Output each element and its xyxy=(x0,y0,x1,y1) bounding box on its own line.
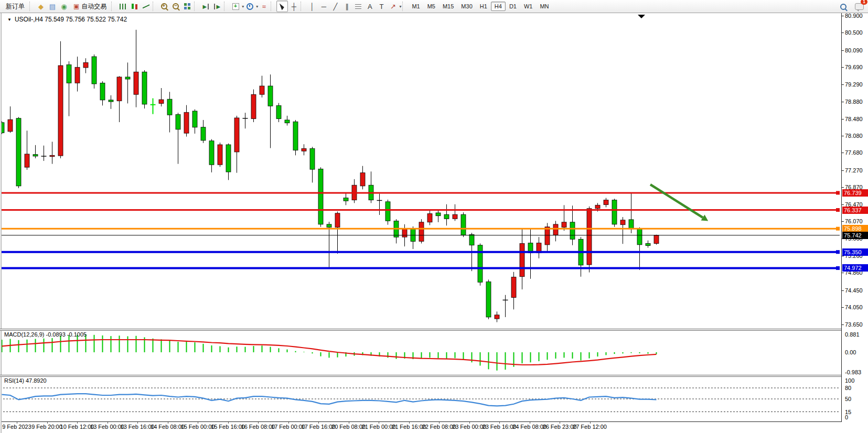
pane-splitter[interactable] xyxy=(0,329,841,331)
axis-tick-label: 73.650 xyxy=(845,321,863,328)
indicators-icon[interactable]: ≈ xyxy=(258,1,270,12)
time-label: 15 Feb 16:00 xyxy=(211,424,245,430)
axis-tick-label: 80.090 xyxy=(845,47,863,53)
timeframe-button-h1[interactable]: H1 xyxy=(476,2,491,11)
button-label: 自动交易 xyxy=(81,2,106,11)
line-chart-icon[interactable] xyxy=(140,1,152,12)
timeframe-button-m5[interactable]: M5 xyxy=(424,2,439,11)
toolbar-separator xyxy=(224,2,228,11)
auto-scroll-icon[interactable]: ▶ xyxy=(200,1,211,12)
time-label: 21 Feb 16:00 xyxy=(392,424,426,430)
axis-tick-label: 77.680 xyxy=(845,149,863,156)
chat-notifications-icon[interactable]: 1 xyxy=(853,1,865,13)
toolbar-separator xyxy=(271,2,274,11)
axis-tick-label: 74.050 xyxy=(845,304,863,310)
toolbar-separator xyxy=(402,2,406,11)
candles xyxy=(0,30,659,322)
axis-tick-label: 79.290 xyxy=(845,81,863,88)
time-label: 15 Feb 00:00 xyxy=(181,424,215,430)
profiles-clock-icon[interactable] xyxy=(244,1,255,12)
chart-title[interactable]: ▼USOil-,H4 75.549 75.756 75.522 75.742 xyxy=(7,16,127,23)
axis-tick-label: 76.070 xyxy=(845,218,863,224)
time-label: 20 Feb 08:00 xyxy=(331,424,366,430)
time-axis-line xyxy=(0,421,842,422)
time-label: 21 Feb 00:00 xyxy=(362,424,396,430)
zoom-in-icon[interactable] xyxy=(158,1,170,12)
text-label-icon[interactable]: T xyxy=(376,1,387,12)
time-label: 9 Feb 20:00 xyxy=(31,424,62,430)
crosshair-icon[interactable]: ┼ xyxy=(288,1,299,12)
arrows-icon[interactable]: ↗ xyxy=(387,1,399,12)
time-label: 9 Feb 2023 xyxy=(2,424,31,430)
time-label: 14 Feb 08:00 xyxy=(151,424,185,430)
rsi-level-lines xyxy=(0,388,840,412)
chart-window-icon[interactable]: ▤ xyxy=(47,1,58,12)
price-axis-line xyxy=(841,13,842,421)
toolbar-right-group: 1 xyxy=(838,0,865,13)
collapse-triangle-icon[interactable]: ▼ xyxy=(7,17,12,22)
chart-shift-icon[interactable]: ▶ xyxy=(211,1,223,12)
time-label: 26 Feb 23:00 xyxy=(543,424,577,430)
timeframe-button-m1[interactable]: M1 xyxy=(408,2,423,11)
time-label: 27 Feb 12:00 xyxy=(573,424,607,430)
axis-tick-label: 100 xyxy=(845,377,854,384)
axis-tick-label: 80 xyxy=(845,385,851,391)
timeframe-button-m15[interactable]: M15 xyxy=(439,2,457,11)
arrow-annotation[interactable] xyxy=(650,185,708,221)
chart-shift-marker-icon[interactable] xyxy=(638,15,645,18)
auto-trading-icon: ▣ xyxy=(73,3,79,10)
equidistant-channel-icon[interactable]: ∥ xyxy=(341,1,352,12)
axis-tick-label: 0.00 xyxy=(845,349,856,355)
auto-trading-button[interactable]: ▣自动交易 xyxy=(70,1,110,13)
timeframe-button-w1[interactable]: W1 xyxy=(520,2,537,11)
toolbar-separator xyxy=(301,2,304,11)
axis-tick-label: 78.880 xyxy=(845,99,863,105)
fibonacci-icon[interactable] xyxy=(352,1,364,12)
macd-indicator-pane[interactable] xyxy=(0,330,841,375)
new-chart-icon[interactable] xyxy=(230,1,241,12)
time-label: 17 Feb 16:00 xyxy=(302,424,336,430)
pane-splitter[interactable] xyxy=(0,375,841,377)
time-label: 17 Feb 00:00 xyxy=(271,424,305,430)
window-left-border xyxy=(0,13,2,433)
toolbar-separator xyxy=(153,2,156,11)
axis-tick-label: 79.690 xyxy=(845,64,863,70)
time-label: 10 Feb 12:00 xyxy=(60,424,94,430)
toolbar-separator xyxy=(194,2,198,11)
chart-title-text: USOil-,H4 75.549 75.756 75.522 75.742 xyxy=(15,16,127,23)
axis-tick-label: 50 xyxy=(845,396,851,402)
time-label: 13 Feb 16:00 xyxy=(121,424,155,430)
notification-badge: 1 xyxy=(861,0,867,5)
candlestick-chart-icon[interactable] xyxy=(128,1,140,12)
market-watch-icon[interactable]: ◆ xyxy=(35,1,47,12)
timeframe-button-h4[interactable]: H4 xyxy=(491,2,506,11)
axis-tick-label: 0.881 xyxy=(845,331,860,338)
price-line-badge: 74.972 xyxy=(842,264,868,272)
main-chart-pane[interactable] xyxy=(0,13,841,329)
axis-tick-label: 80.500 xyxy=(845,29,863,36)
timeframe-button-mn[interactable]: MN xyxy=(536,2,552,11)
zoom-out-icon[interactable] xyxy=(170,1,181,12)
mt4-terminal-window: 新订单◆▤◉▣自动交易▶▶▾▾≈┼│─╱∥AT↗▾M1M5M15M30H1H4D… xyxy=(0,0,868,433)
time-label: 16 Feb 08:00 xyxy=(241,424,275,430)
rsi-indicator-pane[interactable] xyxy=(0,376,841,421)
axis-tick-label: 78.080 xyxy=(845,133,863,139)
new-order-button[interactable]: 新订单 xyxy=(2,1,28,13)
tile-windows-icon[interactable] xyxy=(181,1,193,12)
price-line-badge: 75.742 xyxy=(842,232,868,239)
dropdown-caret-icon[interactable]: ▾ xyxy=(399,4,401,9)
timeframe-button-d1[interactable]: D1 xyxy=(506,2,520,11)
price-line-badge: 75.350 xyxy=(842,248,868,256)
price-line-badge: 76.337 xyxy=(842,207,868,214)
signals-icon[interactable]: ◉ xyxy=(58,1,70,12)
vertical-line-icon[interactable]: │ xyxy=(306,1,318,12)
search-icon[interactable] xyxy=(838,1,849,13)
bar-chart-icon[interactable] xyxy=(117,1,128,12)
cursor-icon[interactable] xyxy=(276,1,288,12)
time-label: 13 Feb 00:00 xyxy=(90,424,124,430)
timeframe-button-m30[interactable]: M30 xyxy=(457,2,476,11)
text-icon[interactable]: A xyxy=(364,1,376,12)
horizontal-line-icon[interactable]: ─ xyxy=(318,1,329,12)
trendline-icon[interactable]: ╱ xyxy=(329,1,341,12)
rsi-line xyxy=(2,394,657,406)
